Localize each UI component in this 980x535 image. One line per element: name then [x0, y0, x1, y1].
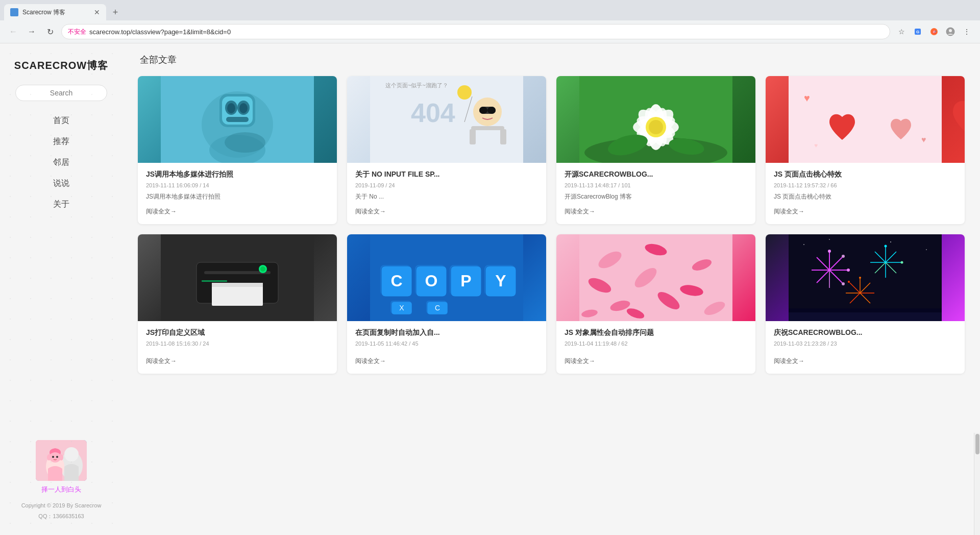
- avatar: [36, 440, 87, 481]
- svg-text:G: G: [916, 30, 919, 34]
- card-2-excerpt: 关于 No ...: [355, 192, 538, 201]
- nav-item-about[interactable]: 关于: [10, 195, 112, 214]
- card-6[interactable]: C O P Y: [347, 234, 546, 374]
- card-2[interactable]: 404 这个: [347, 76, 546, 224]
- svg-rect-64: [202, 280, 227, 282]
- active-tab[interactable]: Scarecrow 博客 ✕: [4, 4, 106, 20]
- url-text: scarecrow.top/classview?page=1&limit=8&c…: [89, 28, 884, 36]
- nav-item-recommend[interactable]: 推荐: [10, 132, 112, 151]
- svg-text:♥: ♥: [814, 142, 818, 149]
- card-7-readmore[interactable]: 阅读全文→: [565, 357, 595, 364]
- scrollbar[interactable]: [974, 433, 980, 535]
- card-1-excerpt: JS调用本地多媒体进行拍照: [146, 192, 329, 201]
- reload-button[interactable]: ↻: [43, 25, 57, 39]
- card-8-body: 庆祝SCARECROWBLOG... 2019-11-03 21:23:28 /…: [766, 321, 965, 374]
- card-4-excerpt: JS 页面点击桃心特效: [774, 192, 957, 201]
- card-7-title: JS 对象属性会自动排序问题: [565, 328, 747, 337]
- svg-point-110: [842, 255, 845, 258]
- svg-text:🎯: 🎯: [932, 30, 937, 34]
- card-1[interactable]: JS调用本地多媒体进行拍照 2019-11-11 16:06:09 / 14 J…: [138, 76, 337, 224]
- browser-chrome: Scarecrow 博客 ✕ + ← → ↻ 不安全 scarecrow.top…: [0, 0, 980, 43]
- svg-rect-61: [212, 283, 263, 287]
- card-4[interactable]: ♥ ♥ ♥ JS 页面点击桃心特效 2019-11-12 19:57:32 / …: [766, 76, 965, 224]
- svg-point-5: [949, 29, 952, 32]
- card-4-title: JS 页面点击桃心特效: [774, 170, 957, 179]
- card-7-meta: 2019-11-04 11:19:48 / 62: [565, 341, 747, 347]
- svg-text:Y: Y: [495, 272, 506, 290]
- card-4-readmore[interactable]: 阅读全文→: [774, 208, 804, 215]
- profile-icon[interactable]: [943, 25, 958, 39]
- svg-point-109: [828, 250, 831, 253]
- extension-icon-2[interactable]: 🎯: [927, 25, 941, 39]
- svg-point-36: [457, 85, 472, 100]
- svg-point-98: [829, 239, 830, 240]
- toolbar-icons: ☆ G 🎯 ⋮: [894, 25, 974, 39]
- menu-button[interactable]: ⋮: [960, 25, 974, 39]
- svg-point-22: [239, 103, 248, 113]
- card-4-body: JS 页面点击桃心特效 2019-11-12 19:57:32 / 66 JS …: [766, 163, 965, 224]
- extension-icon-1[interactable]: G: [911, 25, 925, 39]
- card-7-body: JS 对象属性会自动排序问题 2019-11-04 11:19:48 / 62 …: [556, 321, 755, 374]
- svg-rect-23: [226, 117, 249, 122]
- nav-item-home[interactable]: 首页: [10, 111, 112, 130]
- svg-point-21: [227, 103, 235, 113]
- card-5[interactable]: JS打印自定义区域 2019-11-08 15:16:30 / 24 阅读全文→: [138, 234, 337, 374]
- nav-item-talk[interactable]: 说说: [10, 174, 112, 193]
- scroll-thumb[interactable]: [975, 434, 979, 454]
- svg-point-112: [842, 282, 845, 285]
- card-3[interactable]: 开源SCARECROWBLOG... 2019-11-13 14:48:17 /…: [556, 76, 755, 224]
- card-2-title: 关于 NO INPUT FILE SP...: [355, 170, 538, 179]
- site-title: SCARECROW博客: [14, 59, 108, 72]
- address-bar[interactable]: 不安全 scarecrow.top/classview?page=1&limit…: [61, 24, 890, 39]
- svg-point-8: [64, 447, 79, 461]
- nav-menu: 首页 推荐 邻居 说说 关于: [10, 111, 112, 214]
- main-content: 全部文章: [122, 43, 980, 535]
- card-1-readmore[interactable]: 阅读全文→: [146, 208, 177, 215]
- forward-button[interactable]: →: [24, 25, 39, 39]
- svg-point-121: [885, 245, 887, 248]
- nav-item-neighbor[interactable]: 邻居: [10, 153, 112, 172]
- card-2-readmore[interactable]: 阅读全文→: [355, 208, 386, 215]
- tab-close-button[interactable]: ✕: [94, 8, 100, 16]
- svg-rect-96: [789, 234, 942, 321]
- card-5-title: JS打印自定义区域: [146, 328, 329, 337]
- new-tab-button[interactable]: +: [108, 5, 122, 19]
- browser-toolbar: ← → ↻ 不安全 scarecrow.top/classview?page=1…: [0, 20, 980, 43]
- card-1-body: JS调用本地多媒体进行拍照 2019-11-11 16:06:09 / 14 J…: [138, 163, 337, 224]
- card-3-readmore[interactable]: 阅读全文→: [565, 208, 595, 215]
- card-6-meta: 2019-11-05 11:46:42 / 45: [355, 341, 538, 347]
- svg-rect-60: [212, 285, 263, 306]
- card-4-image: ♥ ♥ ♥: [766, 76, 965, 163]
- card-8-meta: 2019-11-03 21:23:28 / 23: [774, 341, 957, 347]
- tab-bar: Scarecrow 博客 ✕ +: [0, 0, 980, 20]
- card-1-image: [138, 76, 337, 163]
- card-8-readmore[interactable]: 阅读全文→: [774, 357, 804, 364]
- tab-title: Scarecrow 博客: [22, 8, 65, 17]
- card-8[interactable]: 庆祝SCARECROWBLOG... 2019-11-03 21:23:28 /…: [766, 234, 965, 374]
- card-8-title: 庆祝SCARECROWBLOG...: [774, 328, 957, 337]
- card-5-readmore[interactable]: 阅读全文→: [146, 357, 177, 364]
- svg-point-131: [848, 281, 850, 283]
- bookmark-icon[interactable]: ☆: [894, 25, 909, 39]
- card-3-excerpt: 开源ScarecrowBlog 博客: [565, 192, 747, 201]
- search-input[interactable]: [15, 85, 107, 101]
- svg-rect-52: [789, 76, 942, 163]
- svg-point-111: [847, 269, 850, 272]
- svg-rect-32: [471, 126, 504, 130]
- svg-point-25: [225, 132, 265, 153]
- avatar-caption: 择一人到白头: [41, 485, 81, 494]
- cards-grid: JS调用本地多媒体进行拍照 2019-11-11 16:06:09 / 14 J…: [138, 76, 965, 374]
- svg-rect-33: [470, 129, 476, 144]
- card-7[interactable]: JS 对象属性会自动排序问题 2019-11-04 11:19:48 / 62 …: [556, 234, 755, 374]
- svg-point-49: [649, 120, 663, 134]
- svg-point-13: [47, 454, 51, 460]
- card-3-title: 开源SCARECROWBLOG...: [565, 170, 747, 179]
- card-3-body: 开源SCARECROWBLOG... 2019-11-13 14:48:17 /…: [556, 163, 755, 224]
- qq-info: QQ：1366635163: [38, 513, 84, 520]
- page-wrapper: SCARECROW博客 首页 推荐 邻居 说说 关于: [0, 43, 980, 535]
- card-1-title: JS调用本地多媒体进行拍照: [146, 170, 329, 179]
- card-6-readmore[interactable]: 阅读全文→: [355, 357, 386, 364]
- svg-rect-133: [789, 308, 942, 312]
- back-button[interactable]: ←: [6, 25, 20, 39]
- svg-text:♥: ♥: [804, 92, 810, 104]
